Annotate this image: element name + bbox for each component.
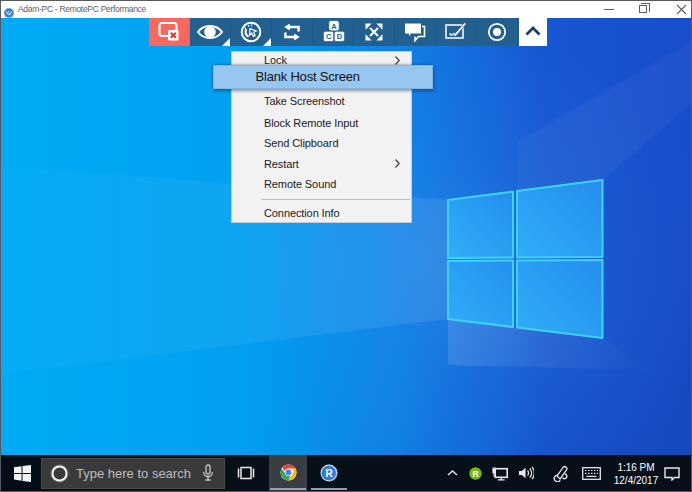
svg-text:C: C — [326, 32, 332, 41]
svg-text:A: A — [331, 21, 337, 30]
svg-text:R: R — [325, 468, 333, 479]
svg-text:D: D — [337, 32, 343, 41]
svg-text:R: R — [472, 469, 478, 479]
